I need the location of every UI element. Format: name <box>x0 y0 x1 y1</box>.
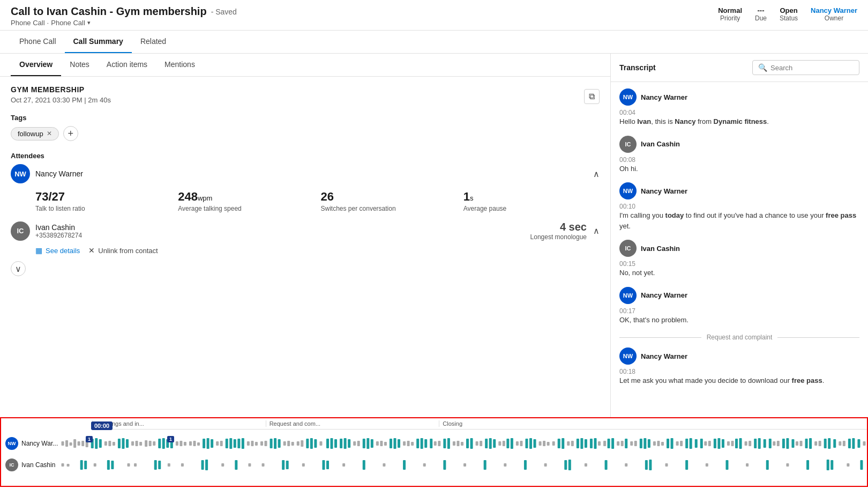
svg-rect-177 <box>62 463 64 467</box>
title-text: Call to Ivan Cashin - Gym membership <box>11 5 207 18</box>
svg-rect-10 <box>104 441 107 446</box>
svg-rect-128 <box>640 439 642 448</box>
svg-rect-22 <box>158 439 161 448</box>
svg-rect-80 <box>421 438 423 449</box>
svg-rect-167 <box>819 441 821 446</box>
svg-rect-14 <box>122 438 124 449</box>
avatar-ic-2: IC <box>619 136 637 153</box>
svg-rect-50 <box>283 441 286 446</box>
svg-rect-41 <box>242 438 244 449</box>
header-title: Call to Ivan Cashin - Gym membership - S… <box>11 5 237 18</box>
svg-rect-211 <box>544 463 547 467</box>
svg-rect-59 <box>326 439 329 448</box>
tab-phone-call[interactable]: Phone Call <box>11 31 65 53</box>
svg-rect-142 <box>704 441 707 446</box>
svg-rect-208 <box>484 460 487 470</box>
subtab-action-items[interactable]: Action items <box>98 54 156 76</box>
avatar-nw-3: NW <box>619 182 637 199</box>
svg-rect-100 <box>511 438 513 449</box>
svg-rect-135 <box>671 438 674 449</box>
speaker-row-1: NW Nancy Warner <box>619 88 859 106</box>
tab-call-summary[interactable]: Call Summary <box>65 31 132 53</box>
due-meta: --- Due <box>755 6 767 22</box>
svg-rect-196 <box>282 460 285 470</box>
timeline-top-area: 00:00 Greetings and in... Request and co… <box>1 418 867 481</box>
speaker-row-3: NW Nancy Warner <box>619 182 859 199</box>
svg-rect-170 <box>833 439 836 448</box>
svg-rect-120 <box>603 441 606 446</box>
svg-rect-172 <box>843 441 845 446</box>
tab-related[interactable]: Related <box>132 31 175 53</box>
speaker-row-5: NW Nancy Warner <box>619 287 859 304</box>
svg-rect-101 <box>516 441 519 446</box>
svg-rect-138 <box>685 439 688 448</box>
svg-rect-137 <box>680 441 683 446</box>
timeline-current-marker: 00:00 <box>91 421 113 430</box>
tag-remove[interactable]: ✕ <box>47 130 52 137</box>
svg-rect-129 <box>643 438 646 449</box>
time-4: 00:15 <box>619 260 859 268</box>
svg-rect-70 <box>376 441 379 446</box>
svg-rect-21 <box>153 441 155 446</box>
svg-rect-195 <box>262 463 265 467</box>
svg-rect-9 <box>99 439 102 448</box>
svg-rect-30 <box>193 441 196 446</box>
svg-rect-153 <box>754 439 757 448</box>
svg-rect-93 <box>480 441 482 446</box>
see-details-link[interactable]: ▦ See details <box>35 246 80 255</box>
expand-more-button[interactable]: ∨ <box>11 261 26 276</box>
status-value: Open <box>780 6 797 14</box>
svg-rect-149 <box>735 439 738 448</box>
add-tag-button[interactable]: + <box>63 126 78 141</box>
subtab-overview[interactable]: Overview <box>11 54 61 76</box>
svg-rect-13 <box>118 439 121 448</box>
svg-rect-156 <box>769 439 772 448</box>
svg-rect-31 <box>197 442 200 446</box>
svg-rect-122 <box>611 438 614 449</box>
time-2: 00:08 <box>619 156 859 164</box>
time-5: 00:17 <box>619 307 859 315</box>
subtitle-part2[interactable]: Phone Call <box>51 19 85 27</box>
transcript-search-box[interactable]: 🔍 <box>752 60 859 75</box>
svg-rect-89 <box>461 442 463 446</box>
due-label: Due <box>755 14 767 22</box>
dropdown-icon[interactable]: ▾ <box>87 19 91 26</box>
svg-rect-203 <box>383 463 385 467</box>
svg-rect-35 <box>216 441 219 446</box>
svg-rect-113 <box>571 441 574 446</box>
waveform-row-ic: IC Ivan Cashin <box>1 455 867 475</box>
svg-rect-28 <box>184 442 186 446</box>
svg-rect-131 <box>653 441 656 446</box>
transcript-search-input[interactable] <box>770 64 854 72</box>
svg-rect-96 <box>493 439 496 448</box>
svg-rect-219 <box>665 463 668 467</box>
avatar-sm-nw: NW <box>5 437 18 450</box>
waveform-label-ic: IC Ivan Cashin <box>1 458 60 471</box>
svg-rect-229 <box>847 463 849 467</box>
svg-rect-34 <box>211 439 213 448</box>
svg-rect-214 <box>585 463 587 467</box>
svg-rect-143 <box>708 441 711 446</box>
expand-more-row: ∨ <box>11 261 600 276</box>
svg-rect-141 <box>700 439 703 448</box>
subtab-mentions[interactable]: Mentions <box>156 54 204 76</box>
waveform-track-ic <box>60 457 867 472</box>
priority-value: Normal <box>718 6 742 14</box>
svg-rect-140 <box>695 439 698 448</box>
attendee1-collapse[interactable]: ∧ <box>593 169 600 179</box>
owner-value[interactable]: Nancy Warner <box>811 6 857 14</box>
subtab-notes[interactable]: Notes <box>61 54 98 76</box>
copy-button[interactable]: ⧉ <box>584 89 600 104</box>
main-content: Overview Notes Action items Mentions GYM… <box>0 54 868 417</box>
svg-rect-85 <box>443 439 446 448</box>
time-3: 00:10 <box>619 203 859 210</box>
svg-rect-102 <box>520 441 522 446</box>
svg-rect-228 <box>830 460 833 470</box>
attendee2-collapse[interactable]: ∧ <box>593 226 600 236</box>
svg-rect-61 <box>334 439 337 448</box>
svg-rect-76 <box>403 441 406 446</box>
svg-rect-201 <box>342 463 345 467</box>
unlink-contact-link[interactable]: ✕ Unlink from contact <box>88 246 158 255</box>
svg-rect-184 <box>128 463 130 467</box>
avatar-nw-6: NW <box>619 347 637 365</box>
